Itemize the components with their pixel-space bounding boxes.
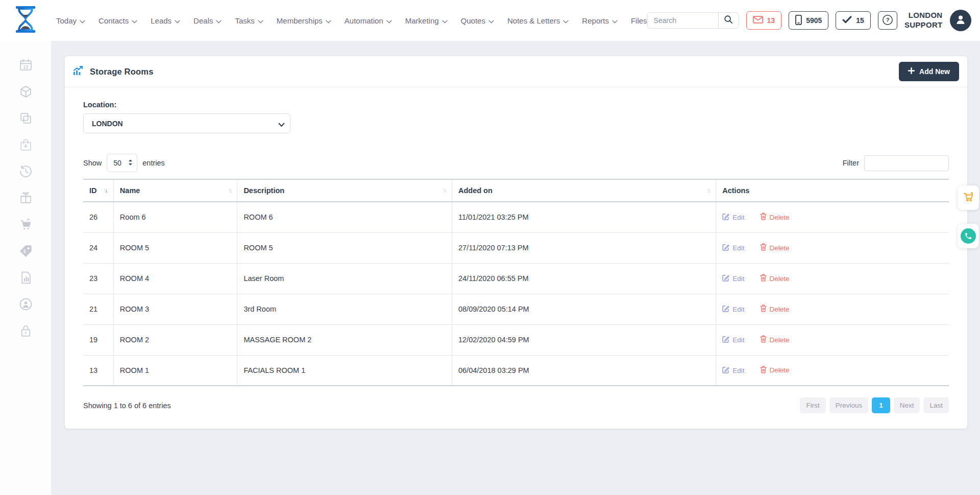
add-new-button[interactable]: Add New [899,62,959,81]
history-icon[interactable] [19,164,33,178]
nav-item-label: Contacts [99,16,129,25]
svg-text:$: $ [23,249,26,254]
nav-item[interactable]: Tasks [235,16,263,25]
nav-item-label: Reports [582,16,609,25]
pagination-button[interactable]: First [800,397,825,413]
nav-item-label: Today [56,16,77,25]
shopping-bag-icon[interactable] [19,138,33,152]
floating-phone-tab[interactable] [958,224,979,248]
entries-summary: Showing 1 to 6 of 6 entries [83,402,171,410]
cell-name: ROOM 3 [113,294,237,324]
delete-link[interactable]: Delete [760,335,790,344]
filter-input[interactable] [864,155,949,171]
edit-link[interactable]: Edit [722,274,744,283]
report-icon[interactable] [19,271,33,285]
svg-text:?: ? [886,17,890,23]
avatar[interactable] [950,10,971,31]
nav-item[interactable]: Automation [345,16,392,25]
nav-item[interactable]: Leads [151,16,180,25]
sidebar: 12 $ [0,41,51,495]
nav-item-label: Quotes [461,16,485,25]
nav-item[interactable]: Notes & Letters [507,16,569,25]
chevron-down-icon [488,16,494,25]
nav-item[interactable]: Quotes [461,16,494,25]
pagination-button[interactable]: Previous [829,397,869,413]
edit-link[interactable]: Edit [722,213,744,222]
search-input[interactable] [648,13,718,28]
calendar-icon[interactable]: 12 [19,58,33,72]
cell-actions: Edit Delete [716,202,949,232]
pagination: First Previous 1 Next Last [800,397,949,413]
lock-icon[interactable] [19,324,33,338]
cart-icon[interactable] [19,218,33,231]
edit-pencil-icon [722,244,729,252]
pagination-button[interactable]: 1 [872,397,890,413]
main-content: Storage Rooms Add New Location: LONDON [51,41,980,495]
cell-id: 13 [83,355,113,386]
nav-item[interactable]: Memberships [277,16,331,25]
page-length-select[interactable]: 50 [107,154,137,172]
phone-badge[interactable]: 5905 [789,11,828,30]
nav-item[interactable]: Today [56,16,85,25]
delete-link[interactable]: Delete [760,366,790,375]
column-header-id[interactable]: ID ↑↓ [83,179,113,202]
search-button[interactable] [718,13,739,28]
plus-icon [908,67,915,76]
cell-name: Room 6 [113,202,237,232]
column-header-actions: Actions [716,179,949,202]
nav-item-label: Leads [151,16,172,25]
pagination-button[interactable]: Last [923,397,949,413]
trash-icon [760,335,767,344]
location-select[interactable]: LONDON [83,113,290,133]
cell-id: 23 [83,263,113,294]
edit-link[interactable]: Edit [722,244,744,252]
app-logo[interactable] [0,5,51,36]
chevron-down-icon [258,16,263,25]
edit-link[interactable]: Edit [722,336,744,344]
table-controls: Show 50 entries Filter [83,154,949,172]
nav-item[interactable]: Files [631,16,647,25]
cell-name: ROOM 2 [113,324,237,355]
column-header-added-on[interactable]: Added on ↑↓ [452,179,716,202]
nav-item[interactable]: Deals [193,16,222,25]
global-search [647,12,739,29]
price-tag-icon[interactable]: $ [19,244,33,258]
smartphone-icon [795,15,802,27]
cell-added-on: 11/01/2021 03:25 PM [452,202,716,232]
cell-added-on: 08/09/2020 05:14 PM [452,294,716,324]
chevron-down-icon [80,16,85,25]
sort-icon: ↑↓ [443,187,446,194]
help-button[interactable]: ? [878,11,897,30]
edit-link[interactable]: Edit [722,366,744,375]
edit-pencil-icon [722,213,729,222]
nav-item-label: Deals [193,16,213,25]
chart-icon [72,66,83,78]
pagination-button[interactable]: Next [894,397,920,413]
package-icon[interactable] [19,85,33,99]
nav-item[interactable]: Reports [582,16,618,25]
nav-item[interactable]: Contacts [99,16,137,25]
mail-count: 13 [767,16,775,25]
delete-link[interactable]: Delete [760,304,790,314]
cell-added-on: 06/04/2018 03:29 PM [452,355,716,386]
table-body: 26 Room 6 ROOM 6 11/01/2021 03:25 PM Edi… [83,202,949,386]
user-circle-icon[interactable] [19,297,33,311]
tasks-badge[interactable]: 15 [836,11,871,30]
cell-actions: Edit Delete [716,232,949,263]
delete-link[interactable]: Delete [760,213,790,222]
mail-badge[interactable]: 13 [746,11,782,30]
edit-link[interactable]: Edit [722,305,744,314]
column-header-description[interactable]: Description ↑↓ [237,179,452,202]
cell-name: ROOM 4 [113,263,237,294]
delete-link[interactable]: Delete [760,243,790,252]
delete-link[interactable]: Delete [760,274,790,283]
cell-actions: Edit Delete [716,263,949,294]
gift-icon[interactable] [19,191,33,205]
chevron-down-icon [216,16,222,25]
filter-label: Filter [843,159,859,167]
floating-cart-tab[interactable] [958,185,979,210]
copy-icon[interactable] [19,111,33,125]
column-header-name[interactable]: Name ↑↓ [113,179,237,202]
cart-icon [962,190,975,205]
nav-item[interactable]: Marketing [405,16,448,25]
